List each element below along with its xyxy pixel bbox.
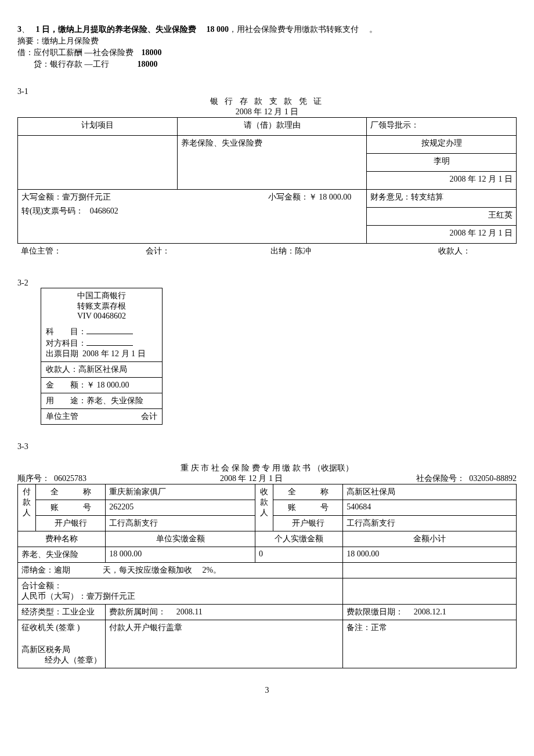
footer-payee: 收款人： xyxy=(392,244,517,261)
header-amount: 18 000 xyxy=(207,25,229,34)
levy-block: 征收机关 (签章 ) 高新区税务局 经办人（签章） xyxy=(18,620,106,668)
stub-payee: 收款人：高新区社保局 xyxy=(41,362,163,378)
voucher-date: 2008 年 12 月 1 日 xyxy=(17,107,517,117)
fin-date: 2008 年 12 月 1 日 xyxy=(367,226,517,244)
stub-footer: 单位主管 会计 xyxy=(41,409,163,425)
voucher-title: 银 行 存 款 支 款 凭 证 xyxy=(17,96,517,107)
approve-date: 2008 年 12 月 1 日 xyxy=(367,172,517,190)
paybook-table: 付款人 全 称 重庆新渝家俱厂 收款人 全 称 高新区社保局 账 号 26220… xyxy=(17,484,517,668)
stub-use: 用 途：养老、失业保险 xyxy=(41,393,163,409)
footer-unit: 单位主管： xyxy=(17,244,142,261)
total-block: 合计金额： 人民币（大写）：壹万捌仟元正 xyxy=(18,578,343,605)
header-line-1: 3、 1 日，缴纳上月提取的养老保险、失业保险费 18 000，用社会保险费专用… xyxy=(17,24,517,35)
section-3-1-tag: 3-1 xyxy=(17,87,517,96)
plan-cell xyxy=(18,136,178,190)
amount-block: 大写金额：壹万捌仟元正 小写金额：￥ 18 000.00 转(现)支票号码： 0… xyxy=(18,190,367,244)
header-tail: ，用社会保险费专用缴款书转账支付 xyxy=(229,25,359,34)
approve-text: 按规定办理 xyxy=(367,136,517,154)
payee-vert: 收款人 xyxy=(255,484,273,531)
col-reason: 请（借）款理由 xyxy=(177,118,366,136)
opp-subject-blank xyxy=(86,337,133,346)
stub-amount: 金 额：￥ 18 000.00 xyxy=(41,378,163,393)
subject-blank xyxy=(86,325,133,334)
voucher-table: 计划项目 请（借）款理由 厂领导批示： 养老保险、失业保险费 按规定办理 李明 … xyxy=(17,117,517,244)
section-3-2-tag: 3-2 xyxy=(17,278,517,288)
section-3-3-tag: 3-3 xyxy=(17,442,517,451)
total-blank xyxy=(343,578,517,605)
summary-line: 摘要：缴纳上月保险费 xyxy=(17,36,517,46)
credit-line: 贷：银行存款 —工行 18000 xyxy=(17,59,517,70)
header-day: 1 日，缴纳上月提取的养老保险、失业保险费 xyxy=(36,25,197,34)
item-no: 3 xyxy=(17,25,21,34)
reason-cell: 养老保险、失业保险费 xyxy=(177,136,366,190)
footer-acct: 会计： xyxy=(142,244,267,261)
approve-name: 李明 xyxy=(367,154,517,172)
late-fee-blank xyxy=(343,563,517,578)
stub-table: 中国工商银行 转账支票存根 VIV 00468602 科 目： 对方科目： 出票… xyxy=(41,288,163,425)
col-approve: 厂领导批示： xyxy=(367,118,517,136)
fin-opinion: 财务意见：转支结算 xyxy=(367,190,517,208)
footer-cashier: 出纳：陈冲 xyxy=(267,244,392,261)
payer-vert: 付款人 xyxy=(18,484,36,531)
debit-line: 借：应付职工薪酬 —社会保险费 18000 xyxy=(17,48,517,58)
page-number: 3 xyxy=(17,686,517,695)
paybook-title: 重 庆 市 社 会 保 险 费 专 用 缴 款 书 （收据联） xyxy=(17,463,517,473)
voucher-footer: 单位主管： 会计： 出纳：陈冲 收款人： xyxy=(17,244,517,261)
stub-top: 中国工商银行 转账支票存根 VIV 00468602 科 目： 对方科目： 出票… xyxy=(41,288,163,362)
col-plan: 计划项目 xyxy=(18,118,178,136)
paybook-header-row: 顺序号： 06025783 2008 年 12 月 1 日 社会保险号： 032… xyxy=(17,473,517,484)
fin-name: 王红英 xyxy=(367,208,517,226)
